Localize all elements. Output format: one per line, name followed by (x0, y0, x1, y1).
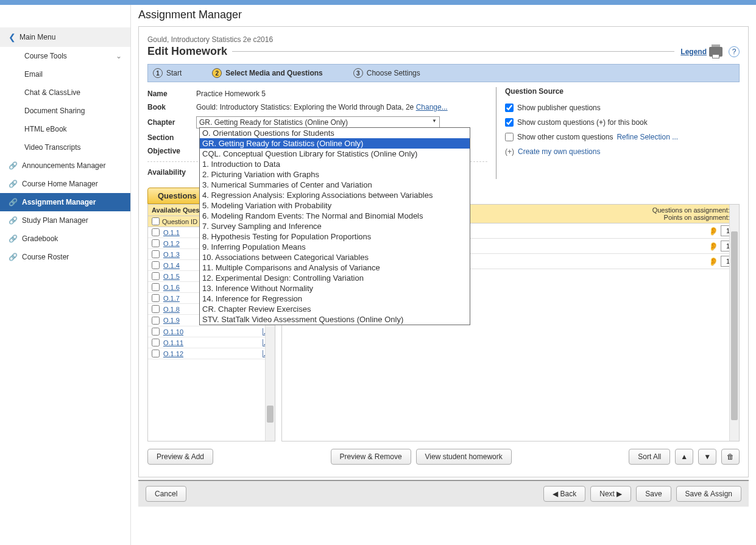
question-id-link[interactable]: O.1.10 (163, 328, 183, 336)
question-id-link[interactable]: O.1.12 (163, 350, 183, 357)
question-checkbox[interactable] (152, 339, 160, 346)
trash-icon: 🗑 (727, 452, 734, 461)
dropdown-option[interactable]: O. Orientation Questions for Students (200, 128, 470, 138)
preview-add-button[interactable]: Preview & Add (147, 449, 213, 465)
question-id-link[interactable]: O.1.4 (163, 262, 180, 269)
save-assign-button[interactable]: Save & Assign (676, 486, 741, 502)
question-id-link[interactable]: O.1.5 (163, 273, 180, 280)
dropdown-option[interactable]: 13. Inference Without Normality (200, 283, 470, 294)
save-button[interactable]: Save (636, 486, 671, 502)
move-up-button[interactable]: ▲ (675, 449, 693, 465)
sidebar-study-plan[interactable]: 🔗Study Plan Manager (0, 211, 130, 230)
sort-all-button[interactable]: Sort All (629, 449, 670, 465)
dropdown-option[interactable]: 10. Associations between Categorical Var… (200, 252, 470, 262)
sidebar-label: Study Plan Manager (22, 216, 88, 225)
cancel-button[interactable]: Cancel (146, 486, 186, 502)
step-2[interactable]: 2Select Media and Questions (212, 68, 322, 78)
sidebar-label: Course Roster (22, 253, 69, 261)
dropdown-option[interactable]: 11. Multiple Comparisons and Analysis of… (200, 262, 470, 273)
show-other-checkbox[interactable] (505, 133, 514, 141)
dropdown-option[interactable]: STV. StatTalk Video Assessment Questions… (200, 314, 470, 325)
select-all-checkbox[interactable] (152, 217, 160, 225)
question-id-link[interactable]: O.1.11 (163, 339, 183, 346)
sidebar-gradebook[interactable]: 🔗Gradebook (0, 230, 130, 248)
chapter-select[interactable]: GR. Getting Ready for Statistics (Online… (196, 116, 440, 128)
scrollbar[interactable] (729, 205, 739, 441)
question-id-link[interactable]: O.1.8 (163, 306, 180, 313)
dropdown-option[interactable]: GR. Getting Ready for Statistics (Online… (200, 138, 470, 149)
dropdown-option[interactable]: 1. Introduction to Data (200, 159, 470, 169)
question-checkbox[interactable] (152, 305, 160, 313)
dropdown-option[interactable]: 9. Inferring Population Means (200, 242, 470, 252)
accessibility-icon: 👂 (708, 257, 717, 265)
dropdown-option[interactable]: 5. Modeling Variation with Probability (200, 200, 470, 211)
question-checkbox[interactable] (152, 272, 160, 280)
edit-card: Gould, Introductory Statistics 2e c2016 … (138, 26, 749, 477)
question-checkbox[interactable] (152, 261, 160, 269)
question-checkbox[interactable] (152, 250, 160, 258)
dropdown-option[interactable]: 3. Numerical Summaries of Center and Var… (200, 180, 470, 190)
dropdown-option[interactable]: CR. Chapter Review Exercises (200, 304, 470, 314)
chapter-selected-value: GR. Getting Ready for Statistics (Online… (199, 118, 348, 127)
sidebar-course-roster[interactable]: 🔗Course Roster (0, 248, 130, 266)
print-icon[interactable] (709, 47, 722, 57)
help-icon[interactable]: ? (729, 46, 740, 57)
change-book-link[interactable]: Change... (416, 103, 448, 111)
questions-tab[interactable]: Questions (147, 188, 207, 204)
question-checkbox[interactable] (152, 350, 160, 357)
sidebar-video-transcripts[interactable]: Video Transcripts (0, 138, 130, 156)
preview-remove-button[interactable]: Preview & Remove (331, 449, 411, 465)
scrollbar-thumb[interactable] (731, 231, 738, 420)
chapter-dropdown-list[interactable]: O. Orientation Questions for StudentsGR.… (199, 127, 470, 325)
checkbox-label: Show publisher questions (517, 104, 601, 112)
move-down-button[interactable]: ▼ (698, 449, 716, 465)
step-number-icon: 1 (153, 68, 163, 78)
sidebar-course-home[interactable]: 🔗Course Home Manager (0, 175, 130, 193)
dropdown-option[interactable]: 8. Hypothesis Testing for Population Pro… (200, 231, 470, 242)
question-id-link[interactable]: O.1.9 (163, 317, 180, 324)
step-3[interactable]: 3Choose Settings (353, 68, 420, 78)
dropdown-option[interactable]: 2. Picturing Variation with Graphs (200, 169, 470, 180)
question-checkbox[interactable] (152, 228, 160, 236)
checkbox-label: Show custom questions (+) for this book (517, 118, 648, 127)
question-checkbox[interactable] (152, 294, 160, 302)
sidebar-chat[interactable]: Chat & ClassLive (0, 83, 130, 102)
scrollbar-thumb[interactable] (267, 406, 274, 423)
sidebar-course-tools[interactable]: Course Tools ⌄ (0, 47, 130, 65)
accessibility-icon: 👂 (708, 227, 717, 235)
question-id-link[interactable]: O.1.3 (163, 251, 180, 258)
dropdown-option[interactable]: 6. Modeling Random Events: The Normal an… (200, 211, 470, 221)
dropdown-option[interactable]: 12. Experimental Design: Controlling Var… (200, 273, 470, 283)
show-publisher-checkbox[interactable] (505, 104, 514, 112)
question-id-link[interactable]: O.1.6 (163, 284, 180, 291)
main-menu-item[interactable]: ❮ Main Menu (0, 27, 130, 47)
question-checkbox[interactable] (152, 328, 160, 336)
sidebar-announcements[interactable]: 🔗Announcements Manager (0, 156, 130, 175)
question-id-link[interactable]: O.1.1 (163, 229, 180, 236)
link-icon: 🔗 (9, 180, 17, 188)
next-button[interactable]: Next ▶ (590, 486, 631, 502)
question-checkbox[interactable] (152, 317, 160, 325)
refine-selection-link[interactable]: Refine Selection ... (616, 133, 678, 141)
sidebar-assignment-manager[interactable]: 🔗Assignment Manager (0, 193, 130, 211)
chevron-left-icon: ❮ (9, 32, 16, 42)
sidebar-html-ebook[interactable]: HTML eBook (0, 120, 130, 138)
sidebar-email[interactable]: Email (0, 65, 130, 83)
dropdown-option[interactable]: 14. Inference for Regression (200, 294, 470, 304)
sidebar-doc-sharing[interactable]: Document Sharing (0, 102, 130, 120)
sidebar-label: Chat & ClassLive (24, 88, 80, 97)
dropdown-option[interactable]: 4. Regression Analysis: Exploring Associ… (200, 190, 470, 200)
back-button[interactable]: ◀ Back (543, 486, 585, 502)
legend-link[interactable]: Legend (680, 47, 707, 56)
dropdown-option[interactable]: CQL. Conceptual Question Library for Sta… (200, 149, 470, 159)
question-id-link[interactable]: O.1.7 (163, 295, 180, 302)
delete-button[interactable]: 🗑 (721, 449, 740, 465)
question-id-link[interactable]: O.1.2 (163, 240, 180, 247)
question-checkbox[interactable] (152, 283, 160, 291)
view-student-button[interactable]: View student homework (416, 449, 512, 465)
create-own-link[interactable]: Create my own questions (518, 147, 600, 156)
step-1[interactable]: 1Start (153, 68, 182, 78)
dropdown-option[interactable]: 7. Survey Sampling and Inference (200, 221, 470, 231)
question-checkbox[interactable] (152, 239, 160, 247)
show-custom-checkbox[interactable] (505, 118, 514, 127)
